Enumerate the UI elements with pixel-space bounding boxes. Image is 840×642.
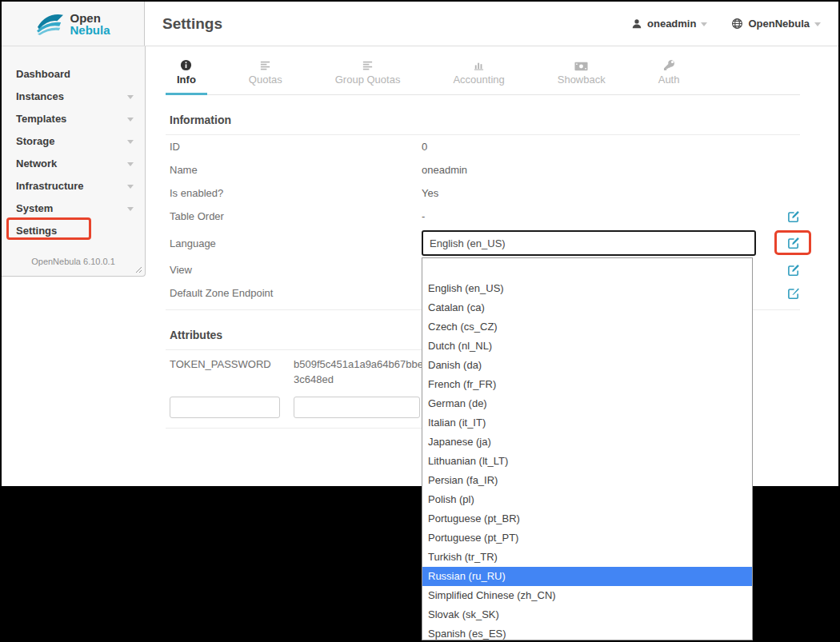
language-option[interactable]: French (fr_FR) bbox=[422, 375, 752, 394]
edit-default-zone-endpoint-button[interactable] bbox=[787, 287, 800, 300]
language-option[interactable]: Catalan (ca) bbox=[422, 298, 752, 317]
sidebar-item-infrastructure[interactable]: Infrastructure bbox=[2, 174, 145, 197]
tab-auth[interactable]: Auth bbox=[647, 53, 691, 95]
edit-icon bbox=[787, 210, 800, 223]
language-selected-value: English (en_US) bbox=[430, 237, 506, 249]
sidebar-resize-handle[interactable] bbox=[134, 265, 142, 273]
language-option[interactable]: Turkish (tr_TR) bbox=[422, 548, 752, 567]
group-quotas-icon bbox=[362, 59, 374, 71]
language-option[interactable]: Persian (fa_IR) bbox=[422, 471, 752, 490]
edit-icon bbox=[787, 264, 800, 277]
new-attribute-value-input[interactable] bbox=[294, 397, 420, 418]
auth-icon bbox=[663, 59, 675, 71]
logo: Open Nebula bbox=[2, 2, 145, 46]
language-option[interactable]: German (de) bbox=[422, 394, 752, 413]
chevron-down-icon bbox=[127, 162, 134, 166]
sidebar-item-storage[interactable]: Storage bbox=[2, 130, 145, 152]
language-option-empty[interactable] bbox=[422, 258, 752, 279]
page-title: Settings bbox=[162, 15, 222, 33]
language-option[interactable]: Italian (it_IT) bbox=[422, 413, 752, 433]
language-option[interactable]: Dutch (nl_NL) bbox=[422, 337, 752, 356]
table-row-language: Language English (en_US) bbox=[166, 228, 800, 258]
edit-icon bbox=[787, 237, 800, 249]
language-option[interactable]: Simplified Chinese (zh_CN) bbox=[422, 586, 752, 605]
tab-showback[interactable]: Showback bbox=[546, 55, 617, 95]
header-main: Settings oneadmin OpenNe bbox=[145, 2, 838, 46]
user-menu[interactable]: oneadmin bbox=[631, 18, 707, 30]
language-option[interactable]: Czech (cs_CZ) bbox=[422, 317, 752, 337]
table-row-token-password: TOKEN_PASSWORD b509f5c451a1a9a64b67bbefd… bbox=[166, 357, 423, 387]
tab-bar: Info Quotas Group Quotas bbox=[166, 53, 800, 95]
language-option[interactable]: Russian (ru_RU) bbox=[422, 567, 752, 586]
user-name: oneadmin bbox=[647, 18, 696, 30]
info-icon bbox=[180, 59, 192, 71]
divider bbox=[166, 428, 423, 429]
version-label: OpenNebula 6.10.0.1 bbox=[2, 257, 145, 266]
chevron-down-icon bbox=[814, 22, 821, 26]
sidebar-item-network[interactable]: Network bbox=[2, 152, 145, 174]
language-option[interactable]: Japanese (ja) bbox=[422, 433, 752, 452]
sidebar-item-settings[interactable]: Settings bbox=[2, 219, 145, 241]
tab-info[interactable]: Info bbox=[166, 53, 207, 95]
language-option[interactable]: Slovak (sk_SK) bbox=[422, 605, 752, 624]
edit-language-button[interactable] bbox=[787, 237, 800, 249]
chevron-down-icon bbox=[127, 185, 134, 189]
accounting-icon bbox=[473, 59, 485, 71]
language-option[interactable]: Lithuanian (lt_LT) bbox=[422, 452, 752, 471]
edit-icon bbox=[787, 287, 800, 300]
language-option[interactable]: Portuguese (pt_PT) bbox=[422, 528, 752, 548]
sidebar-item-templates[interactable]: Templates bbox=[2, 107, 145, 130]
language-option[interactable]: English (en_US) bbox=[422, 279, 752, 298]
tab-group-quotas[interactable]: Group Quotas bbox=[324, 53, 412, 95]
screenshot-frame: Open Nebula Settings oneadmin bbox=[0, 0, 840, 642]
zone-name: OpenNebula bbox=[748, 18, 810, 30]
tab-accounting[interactable]: Accounting bbox=[442, 53, 515, 95]
showback-icon bbox=[574, 62, 588, 71]
attributes-heading: Attributes bbox=[166, 329, 423, 350]
new-attribute-name-input[interactable] bbox=[170, 397, 280, 418]
edit-table-order-button[interactable] bbox=[787, 210, 800, 223]
logo-text: Open Nebula bbox=[70, 12, 110, 36]
table-row-is-enabled: Is enabled? Yes bbox=[166, 181, 800, 205]
chevron-down-icon bbox=[127, 118, 134, 122]
quotas-icon bbox=[259, 59, 271, 71]
tab-quotas[interactable]: Quotas bbox=[238, 53, 294, 95]
language-option[interactable]: Danish (da) bbox=[422, 356, 752, 375]
attributes-section: Attributes TOKEN_PASSWORD b509f5c451a1a9… bbox=[166, 329, 423, 429]
sidebar-item-system[interactable]: System bbox=[2, 197, 145, 219]
sidebar: Dashboard Instances Templates Storage Ne… bbox=[2, 46, 146, 277]
header-bar: Open Nebula Settings oneadmin bbox=[2, 2, 838, 46]
sidebar-item-dashboard[interactable]: Dashboard bbox=[2, 62, 145, 85]
globe-icon bbox=[731, 18, 743, 30]
language-select[interactable]: English (en_US) bbox=[422, 230, 756, 256]
token-password-value: b509f5c451a1a9a64b67bbefd 3c648ed bbox=[294, 357, 423, 387]
information-heading: Information bbox=[166, 114, 800, 135]
language-option[interactable]: Portuguese (pt_BR) bbox=[422, 509, 752, 528]
zone-menu[interactable]: OpenNebula bbox=[731, 18, 821, 30]
language-dropdown-list: English (en_US)Catalan (ca)Czech (cs_CZ)… bbox=[422, 257, 753, 640]
chevron-down-icon bbox=[701, 22, 707, 26]
language-option[interactable]: Spanish (es_ES) bbox=[422, 624, 752, 640]
chevron-down-icon bbox=[127, 95, 134, 99]
table-row-id: ID 0 bbox=[166, 135, 800, 158]
edit-view-button[interactable] bbox=[787, 264, 800, 277]
chevron-down-icon bbox=[127, 140, 134, 144]
table-row-name: Name oneadmin bbox=[166, 158, 800, 181]
sidebar-item-instances[interactable]: Instances bbox=[2, 85, 145, 107]
opennebula-logo-icon bbox=[35, 11, 66, 37]
user-icon bbox=[631, 18, 642, 30]
language-option[interactable]: Polish (pl) bbox=[422, 490, 752, 509]
table-row-table-order: Table Order - bbox=[166, 205, 800, 228]
chevron-down-icon bbox=[127, 207, 134, 211]
